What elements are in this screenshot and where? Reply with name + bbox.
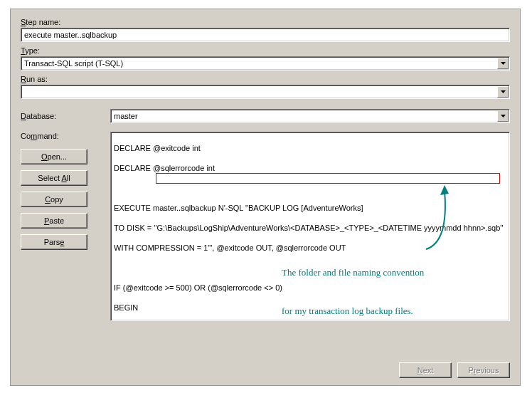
next-button: Next [399, 362, 452, 378]
type-row: Type: [21, 46, 510, 70]
type-select[interactable] [21, 56, 510, 70]
code-line [114, 183, 506, 193]
code-line: BEGIN [114, 303, 506, 313]
highlight-box [156, 173, 500, 184]
step-name-input[interactable] [21, 28, 510, 42]
code-line: DECLARE @sqlerrorcode int [114, 163, 506, 173]
database-label: Database: [21, 112, 110, 120]
copy-button[interactable]: Copy [21, 192, 87, 207]
open-button[interactable]: Open... [21, 149, 87, 164]
job-step-panel: Step name: Type: Run as: Database: [10, 9, 521, 386]
previous-button: Previous [457, 362, 510, 378]
select-all-button[interactable]: Select All [21, 170, 87, 186]
step-name-label: Step name: [21, 18, 510, 26]
parse-button[interactable]: Parse [21, 234, 87, 250]
code-line: EXECUTE master..sqlbackup N'-SQL "BACKUP… [114, 203, 506, 213]
code-line: TO DISK = ''G:\Backups\LogShip\Adventure… [114, 223, 506, 233]
command-section: Command: Open... Select All Copy Paste P… [21, 132, 510, 321]
code-line [114, 263, 506, 273]
dropdown-icon[interactable] [497, 58, 509, 69]
run-as-select[interactable] [21, 85, 510, 99]
step-name-row: Step name: [21, 18, 510, 42]
code-line: DECLARE @exitcode int [114, 143, 506, 153]
dropdown-icon[interactable] [497, 110, 509, 122]
code-line: IF (@exitcode >= 500) OR (@sqlerrorcode … [114, 283, 506, 293]
code-line: WITH COMPRESSION = 1"', @exitcode OUT, @… [114, 243, 506, 253]
database-row: Database: [21, 109, 510, 123]
run-as-row: Run as: [21, 75, 510, 99]
command-label: Command: [21, 132, 99, 140]
footer-buttons: Next Previous [399, 362, 510, 378]
command-textarea[interactable]: DECLARE @exitcode int DECLARE @sqlerrorc… [110, 132, 510, 321]
dropdown-icon[interactable] [497, 86, 509, 98]
paste-button[interactable]: Paste [21, 213, 87, 229]
svg-marker-1 [501, 90, 506, 93]
svg-marker-2 [501, 115, 506, 117]
database-select[interactable] [110, 109, 510, 123]
run-as-label: Run as: [21, 75, 510, 83]
svg-marker-0 [501, 62, 506, 65]
type-label: Type: [21, 46, 510, 55]
